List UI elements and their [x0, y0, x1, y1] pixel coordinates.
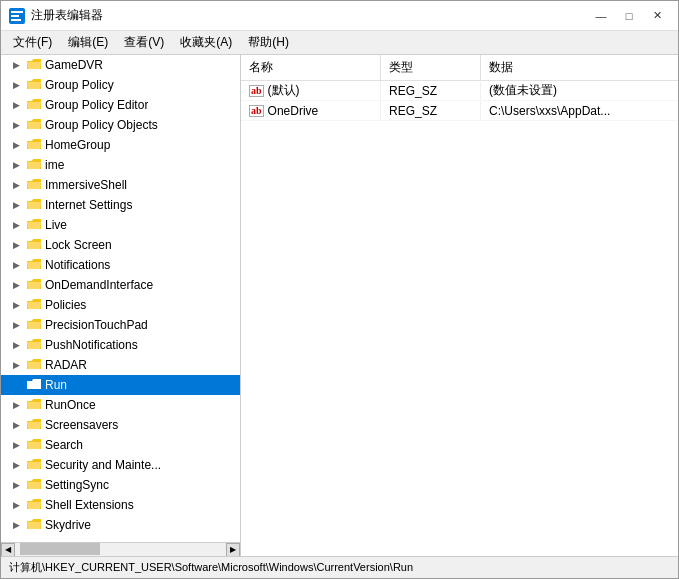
menu-bar: 文件(F) 编辑(E) 查看(V) 收藏夹(A) 帮助(H) [1, 31, 678, 55]
expand-arrow-screensavers[interactable]: ▶ [9, 418, 23, 432]
folder-icon-radar [26, 357, 42, 373]
tree-item-notifications[interactable]: ▶ Notifications [1, 255, 240, 275]
expand-arrow-ime[interactable]: ▶ [9, 158, 23, 172]
expand-arrow-settingSync[interactable]: ▶ [9, 478, 23, 492]
svg-rect-3 [11, 19, 21, 21]
expand-arrow-groupPolicyEditor[interactable]: ▶ [9, 98, 23, 112]
tree-item-skydrive[interactable]: ▶ Skydrive [1, 515, 240, 535]
tree-item-securityAndMaint[interactable]: ▶ Security and Mainte... [1, 455, 240, 475]
tree-item-label-homeGroup: HomeGroup [45, 138, 110, 152]
maximize-button[interactable]: □ [616, 7, 642, 25]
status-path: 计算机\HKEY_CURRENT_USER\Software\Microsoft… [9, 560, 413, 575]
folder-icon-precisionTouchPad [26, 317, 42, 333]
tree-item-live[interactable]: ▶ Live [1, 215, 240, 235]
expand-arrow-radar[interactable]: ▶ [9, 358, 23, 372]
tree-item-radar[interactable]: ▶ RADAR [1, 355, 240, 375]
expand-arrow-precisionTouchPad[interactable]: ▶ [9, 318, 23, 332]
expand-arrow-pushNotifications[interactable]: ▶ [9, 338, 23, 352]
tree-item-label-precisionTouchPad: PrecisionTouchPad [45, 318, 148, 332]
expand-arrow-homeGroup[interactable]: ▶ [9, 138, 23, 152]
menu-file[interactable]: 文件(F) [5, 32, 60, 53]
tree-item-label-shellExtensions: Shell Extensions [45, 498, 134, 512]
close-button[interactable]: ✕ [644, 7, 670, 25]
expand-arrow-runOnce[interactable]: ▶ [9, 398, 23, 412]
folder-icon-gameDVR [26, 57, 42, 73]
scroll-left-button[interactable]: ◀ [1, 543, 15, 557]
folder-icon-run [26, 377, 42, 393]
scroll-right-button[interactable]: ▶ [226, 543, 240, 557]
expand-arrow-onDemandInterface[interactable]: ▶ [9, 278, 23, 292]
tree-item-precisionTouchPad[interactable]: ▶ PrecisionTouchPad [1, 315, 240, 335]
menu-view[interactable]: 查看(V) [116, 32, 172, 53]
tree-item-label-gameDVR: GameDVR [45, 58, 103, 72]
folder-icon-notifications [26, 257, 42, 273]
registry-value-name-text-0: (默认) [268, 82, 300, 99]
expand-arrow-policies[interactable]: ▶ [9, 298, 23, 312]
tree-item-groupPolicy[interactable]: ▶ Group Policy [1, 75, 240, 95]
tree-item-search[interactable]: ▶ Search [1, 435, 240, 455]
tree-item-label-run: Run [45, 378, 67, 392]
tree-item-label-securityAndMaint: Security and Mainte... [45, 458, 161, 472]
registry-row-0[interactable]: ab(默认)REG_SZ(数值未设置) [241, 81, 678, 101]
registry-row-data-0: (数值未设置) [481, 81, 678, 101]
folder-icon-pushNotifications [26, 337, 42, 353]
horizontal-scrollbar[interactable]: ◀ ▶ [1, 542, 240, 556]
expand-arrow-search[interactable]: ▶ [9, 438, 23, 452]
expand-arrow-groupPolicy[interactable]: ▶ [9, 78, 23, 92]
expand-arrow-shellExtensions[interactable]: ▶ [9, 498, 23, 512]
tree-item-gameDVR[interactable]: ▶ GameDVR [1, 55, 240, 75]
registry-row-1[interactable]: abOneDriveREG_SZC:\Users\xxs\AppDat... [241, 101, 678, 121]
tree-item-label-search: Search [45, 438, 83, 452]
tree-item-policies[interactable]: ▶ Policies [1, 295, 240, 315]
column-header-type: 类型 [381, 55, 481, 80]
expand-arrow-groupPolicyObjects[interactable]: ▶ [9, 118, 23, 132]
scroll-track[interactable] [15, 543, 226, 556]
tree-item-immersiveShell[interactable]: ▶ ImmersiveShell [1, 175, 240, 195]
folder-icon-internetSettings [26, 197, 42, 213]
folder-icon-screensavers [26, 417, 42, 433]
tree-item-pushNotifications[interactable]: ▶ PushNotifications [1, 335, 240, 355]
tree-item-runOnce[interactable]: ▶ RunOnce [1, 395, 240, 415]
title-bar-controls: — □ ✕ [588, 7, 670, 25]
tree-item-shellExtensions[interactable]: ▶ Shell Extensions [1, 495, 240, 515]
folder-icon-groupPolicyEditor [26, 97, 42, 113]
tree-item-label-groupPolicy: Group Policy [45, 78, 114, 92]
expand-arrow-notifications[interactable]: ▶ [9, 258, 23, 272]
expand-arrow-lockScreen[interactable]: ▶ [9, 238, 23, 252]
minimize-button[interactable]: — [588, 7, 614, 25]
expand-arrow-run[interactable] [9, 378, 23, 392]
expand-arrow-live[interactable]: ▶ [9, 218, 23, 232]
expand-arrow-gameDVR[interactable]: ▶ [9, 58, 23, 72]
expand-arrow-internetSettings[interactable]: ▶ [9, 198, 23, 212]
expand-arrow-immersiveShell[interactable]: ▶ [9, 178, 23, 192]
tree-item-label-onDemandInterface: OnDemandInterface [45, 278, 153, 292]
column-header-name: 名称 [241, 55, 381, 80]
tree-item-label-live: Live [45, 218, 67, 232]
scroll-thumb[interactable] [20, 543, 100, 555]
tree-item-groupPolicyEditor[interactable]: ▶ Group Policy Editor [1, 95, 240, 115]
tree-item-run[interactable]: Run [1, 375, 240, 395]
registry-row-type-1: REG_SZ [381, 102, 481, 120]
menu-help[interactable]: 帮助(H) [240, 32, 297, 53]
window-title: 注册表编辑器 [31, 7, 103, 24]
tree-item-homeGroup[interactable]: ▶ HomeGroup [1, 135, 240, 155]
expand-arrow-securityAndMaint[interactable]: ▶ [9, 458, 23, 472]
registry-icon [9, 8, 25, 24]
right-header: 名称 类型 数据 [241, 55, 678, 81]
expand-arrow-skydrive[interactable]: ▶ [9, 518, 23, 532]
folder-icon-runOnce [26, 397, 42, 413]
tree-item-ime[interactable]: ▶ ime [1, 155, 240, 175]
tree-item-internetSettings[interactable]: ▶ Internet Settings [1, 195, 240, 215]
tree-item-label-pushNotifications: PushNotifications [45, 338, 138, 352]
folder-icon-settingSync [26, 477, 42, 493]
tree-item-onDemandInterface[interactable]: ▶ OnDemandInterface [1, 275, 240, 295]
tree-item-screensavers[interactable]: ▶ Screensavers [1, 415, 240, 435]
status-bar: 计算机\HKEY_CURRENT_USER\Software\Microsoft… [1, 556, 678, 578]
menu-edit[interactable]: 编辑(E) [60, 32, 116, 53]
tree-container[interactable]: ▶ GameDVR▶ Group Policy▶ Group Policy Ed… [1, 55, 240, 542]
tree-item-label-lockScreen: Lock Screen [45, 238, 112, 252]
tree-item-lockScreen[interactable]: ▶ Lock Screen [1, 235, 240, 255]
tree-item-groupPolicyObjects[interactable]: ▶ Group Policy Objects [1, 115, 240, 135]
tree-item-settingSync[interactable]: ▶ SettingSync [1, 475, 240, 495]
menu-favorites[interactable]: 收藏夹(A) [172, 32, 240, 53]
